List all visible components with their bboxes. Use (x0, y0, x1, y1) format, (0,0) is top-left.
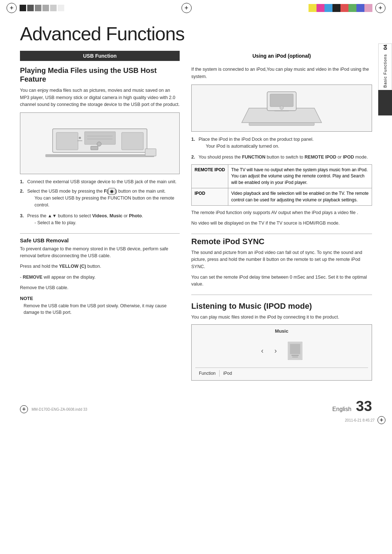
listen-title: Listening to Music (IPOD mode) (191, 301, 372, 311)
listen-divider (191, 295, 372, 295)
svg-rect-8 (91, 146, 98, 150)
ipod-step-1: 1. Place the iPod in the iPod Dock on th… (191, 136, 372, 152)
side-tab-label: Basic Functions (381, 52, 389, 90)
top-bar (0, 0, 392, 20)
listen-body1: You can play music files stored in the i… (191, 314, 372, 321)
footer-filename: MM-D170D-ENG-ZA-0608.indd 33 (32, 407, 87, 411)
ipod-table-row-remote: REMOTE IPOD The TV will have no output w… (192, 165, 372, 188)
note-text: Remove the USB cable from the USB port s… (24, 303, 180, 316)
safe-usb-body: To prevent damage to the memory stored i… (20, 246, 180, 260)
ipod-table-row-ipod: IPOD Video playback and file selection w… (192, 188, 372, 206)
usb-steps: 1. Connect the external USB storage devi… (20, 178, 180, 228)
ipod-section-header: Using an iPod (optional) (191, 51, 372, 61)
ipod-step-2: 2. You should press the FUNCTION button … (191, 154, 372, 161)
ipod-dock-image (191, 85, 372, 132)
svg-rect-19 (290, 344, 300, 354)
note-title: NOTE (20, 296, 180, 301)
swatch-silver (50, 5, 57, 11)
usb-section-header: USB Function (20, 51, 180, 61)
color-swatches-right (309, 3, 385, 13)
side-tab-number: 04 (383, 44, 388, 52)
music-thumbnail (288, 342, 302, 360)
swatch-cyan (324, 4, 332, 12)
ipod-table-desc-ipod: Video playback and file selection will b… (228, 188, 372, 206)
ipod-table-desc-remote: The TV will have no output when the syst… (228, 165, 372, 188)
svg-rect-2 (56, 132, 78, 150)
svg-rect-20 (291, 355, 299, 356)
music-arrow-right: › (274, 346, 277, 355)
ipod-body1: If the system is connected to an iPod,Yo… (191, 66, 372, 80)
swatch-yellow (309, 4, 317, 12)
svg-rect-15 (270, 94, 293, 107)
col-right: Using an iPod (optional) If the system i… (191, 51, 372, 381)
usb-subsection-title: Playing Media Files using the USB Host F… (20, 66, 180, 83)
sync-body2: You can set the remote iPod delay time b… (191, 274, 372, 288)
reg-mark-footer-right (377, 416, 385, 424)
music-footer-ipod: iPod (220, 370, 236, 377)
swatch-green (348, 4, 356, 12)
usb-step-1: 1. Connect the external USB storage devi… (20, 178, 180, 185)
usb-step-3-sub: - Select a file to play. (34, 219, 180, 226)
svg-rect-17 (249, 123, 314, 126)
usb-step-3: 3. Press the ▲▼ buttons to select Videos… (20, 213, 180, 228)
black-squares (20, 5, 64, 11)
usb-device-svg (38, 118, 162, 169)
swatch-white (58, 5, 64, 11)
usb-step-2: 2. Select the USB mode by pressing the F… (20, 188, 180, 210)
usb-step-2-sub: You can select USB by pressing the FUNCT… (34, 195, 180, 209)
swatch-gray (35, 5, 41, 11)
safe-usb-step1: Press and hold the YELLOW (C) button. (20, 263, 180, 270)
sync-divider (191, 234, 372, 234)
music-arrow-left: ‹ (261, 346, 264, 355)
footer-timestamp: 2011-6-21 8:45:27 (345, 418, 375, 422)
ipod-table-label-remote: REMOTE IPOD (192, 165, 228, 188)
svg-rect-21 (292, 357, 298, 357)
safe-usb-title: Safe USB Removal (20, 233, 180, 243)
sync-body1: The sound and picture from an iPod video… (191, 249, 372, 270)
swatch-lightgray (42, 5, 49, 11)
svg-point-10 (79, 137, 81, 139)
col-left: USB Function Playing Media Files using t… (20, 51, 180, 316)
swatch-black (20, 5, 26, 11)
main-content: Advanced Functions USB Function Playing … (0, 20, 392, 391)
svg-rect-0 (45, 154, 154, 157)
music-nav: ‹ › (195, 342, 368, 360)
swatch-pink (364, 4, 372, 12)
reg-marks-left (7, 3, 64, 13)
ipod-mode-table: REMOTE IPOD The TV will have no output w… (191, 164, 372, 206)
page-title: Advanced Functions (20, 24, 372, 44)
page-number: 33 (356, 398, 372, 414)
bottom-right: 2011-6-21 8:45:27 (345, 416, 385, 424)
svg-rect-11 (77, 140, 82, 141)
svg-rect-9 (145, 149, 156, 156)
music-footer: Function iPod (195, 368, 368, 377)
music-footer-function: Function (195, 370, 220, 377)
reg-mark-right (375, 3, 385, 13)
ipod-note1: The remote iPod function only supports A… (191, 209, 372, 216)
reg-mark-left (7, 3, 17, 13)
reg-mark-center (181, 3, 192, 13)
bottom-bar: 2011-6-21 8:45:27 (0, 416, 392, 427)
page-footer: MM-D170D-ENG-ZA-0608.indd 33 English 33 (0, 395, 392, 416)
ipod-step-1-sub: Your iPod is automatically turned on. (206, 143, 372, 150)
swatch-magenta (317, 4, 324, 12)
safe-usb-step1b: - REMOVE will appear on the display. (20, 274, 180, 281)
side-tab: 04 Basic Functions (378, 44, 392, 116)
usb-body1: You can enjoy media files such as pictur… (20, 87, 180, 108)
swatch-black2 (332, 4, 340, 12)
svg-point-16 (280, 106, 283, 110)
safe-usb-step2: Remove the USB cable. (20, 284, 180, 291)
reg-mark-footer-left (20, 405, 28, 413)
side-tab-black-bar (378, 90, 392, 115)
page-language: English (332, 406, 351, 412)
ipod-dock-svg (227, 88, 336, 128)
note-box: NOTE Remove the USB cable from the USB p… (20, 296, 180, 316)
swatch-red (340, 4, 348, 12)
music-ipod-box: Music ‹ › Function iPod (191, 324, 372, 381)
swatch-darkgray (27, 5, 34, 11)
svg-point-4 (97, 142, 101, 146)
ipod-note2: No video will be displayed on the TV if … (191, 220, 372, 227)
ipod-steps: 1. Place the iPod in the iPod Dock on th… (191, 136, 372, 161)
footer-bottom-left: MM-D170D-ENG-ZA-0608.indd 33 (20, 405, 87, 413)
svg-rect-7 (122, 132, 143, 150)
